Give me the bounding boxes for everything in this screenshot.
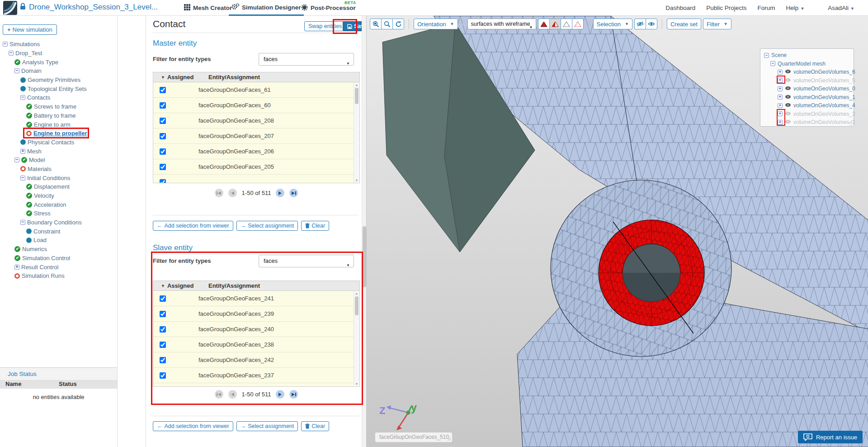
expand-icon[interactable]: + [778, 111, 783, 116]
table-scrollbar[interactable]: ▲ ▼ [354, 291, 359, 386]
expand-icon[interactable]: + [778, 70, 783, 75]
tree-item-initial-conditions[interactable]: −Initial Conditions [0, 173, 116, 182]
tree-item-simulations[interactable]: −Simulations [0, 40, 116, 49]
tree-item-velocity[interactable]: ✔Velocity [0, 191, 116, 200]
assigned-checkbox[interactable] [160, 357, 166, 363]
expand-icon[interactable]: + [20, 149, 25, 154]
tree-item-screws-to-frame[interactable]: ✔Screws to frame [0, 102, 116, 111]
visibility-eye-icon[interactable] [785, 119, 791, 125]
tree-item-engine-to-arm[interactable]: ✔Engine to arm [0, 120, 116, 129]
expand-icon[interactable]: + [778, 86, 783, 91]
collapse-icon[interactable]: − [20, 95, 25, 100]
entity-column-header[interactable]: Entity/Assignment [208, 282, 260, 289]
add-selection-from-viewer-button[interactable]: ←Add selection from viewer [153, 421, 233, 431]
zoom-select-button[interactable] [381, 19, 393, 29]
visibility-eye-icon[interactable] [785, 102, 791, 109]
visibility-eye-icon[interactable] [785, 86, 791, 92]
hide-selection-button[interactable] [634, 19, 646, 29]
scrollbar-thumb[interactable] [363, 226, 366, 287]
tree-item-analysis-type[interactable]: ✔Analysis Type [0, 57, 116, 67]
collapse-icon[interactable]: − [20, 176, 25, 181]
scroll-up-icon[interactable]: ▲ [354, 292, 359, 295]
assigned-checkbox[interactable] [160, 372, 166, 379]
select-assignment-button[interactable]: →Select assignment [236, 421, 298, 431]
tree-item-load[interactable]: Load [0, 236, 116, 245]
report-issue-button[interactable]: Report an issue [798, 431, 863, 443]
scroll-up-icon[interactable]: ▲ [354, 83, 359, 86]
assigned-checkbox[interactable] [160, 148, 166, 155]
display-mode-select[interactable]: surfaces with wireframe▼ [467, 19, 536, 29]
create-set-button[interactable]: Create set [667, 19, 701, 29]
new-simulation-button[interactable]: + New simulation [3, 24, 57, 35]
filter-dropdown[interactable]: Filter▼ [703, 19, 731, 29]
tab-mesh-creator[interactable]: Mesh Creator [184, 0, 232, 16]
next-page-button[interactable] [276, 390, 284, 399]
tree-item-result-control[interactable]: +Result Control [0, 262, 116, 271]
selection-dropdown[interactable]: Selection▼ [593, 19, 632, 29]
tree-item-constraint[interactable]: Constraint [0, 227, 116, 236]
assigned-column-header[interactable]: Assigned [167, 74, 194, 81]
collapse-icon[interactable]: − [764, 53, 769, 58]
nav-help-menu[interactable]: Help▼ [786, 5, 805, 11]
visibility-eye-icon[interactable] [785, 69, 791, 75]
refresh-view-button[interactable] [392, 19, 404, 29]
scene-tree-root[interactable]: − Scene [760, 51, 854, 60]
scene-tree-item-volumeongeovolumes_6[interactable]: +volumeOnGeoVolumes_6 [760, 68, 854, 76]
prev-page-button[interactable] [228, 390, 237, 399]
scrollbar-thumb[interactable] [355, 296, 359, 315]
scene-tree-mesh[interactable]: − QuarterModel mesh [760, 60, 854, 68]
expand-icon[interactable]: + [778, 78, 783, 83]
tree-item-boundary-conditions[interactable]: −Boundary Conditions [0, 218, 116, 227]
scroll-down-icon[interactable]: ▼ [354, 179, 359, 182]
collapse-icon[interactable]: − [770, 61, 775, 66]
tree-item-drop-test[interactable]: −Drop_Test [0, 49, 116, 58]
orientation-dropdown[interactable]: Orientation▼ [414, 19, 458, 29]
scene-tree-item-volumeongeovolumes_2[interactable]: +volumeOnGeoVolumes_2 [760, 118, 854, 127]
user-menu[interactable]: AsadAli▼ [828, 5, 854, 11]
collapse-icon[interactable]: − [3, 42, 8, 47]
display-solid-button[interactable] [538, 19, 550, 29]
tab-simulation-designer[interactable]: Simulation Designer [229, 0, 304, 16]
zoom-fit-button[interactable] [370, 19, 382, 29]
assigned-checkbox[interactable] [160, 311, 166, 317]
scene-tree-item-volumeongeovolumes_5[interactable]: +volumeOnGeoVolumes_5 [760, 76, 854, 85]
tree-item-numerics[interactable]: ✔Numerics [0, 245, 116, 254]
expand-icon[interactable]: + [778, 95, 783, 100]
slave-entity-type-select[interactable]: faces▼ [259, 255, 354, 267]
tree-item-geometry-primitives[interactable]: Geometry Primitives [0, 76, 116, 85]
scene-tree-item-volumeongeovolumes_0[interactable]: +volumeOnGeoVolumes_0 [760, 85, 854, 93]
tree-item-mesh[interactable]: +Mesh [0, 147, 116, 156]
swap-entities-button[interactable]: Swap entities [304, 21, 346, 31]
collapse-icon[interactable]: − [9, 51, 14, 56]
expand-icon[interactable]: + [14, 265, 19, 270]
first-page-button[interactable] [215, 390, 223, 399]
collapse-icon[interactable]: − [14, 68, 19, 73]
assigned-checkbox[interactable] [160, 118, 166, 124]
collapse-icon[interactable]: − [14, 157, 19, 162]
assigned-checkbox[interactable] [160, 164, 166, 170]
prev-page-button[interactable] [228, 189, 237, 197]
tree-item-domain[interactable]: −Domain [0, 67, 116, 76]
nav-public-projects[interactable]: Public Projects [706, 5, 746, 11]
add-selection-from-viewer-button[interactable]: ←Add selection from viewer [153, 221, 233, 231]
tree-item-stress[interactable]: ✔Stress [0, 209, 116, 218]
select-assignment-button[interactable]: →Select assignment [236, 221, 298, 231]
project-title[interactable]: Drone_Workshop_Session_3_Level... [29, 3, 158, 12]
panel-scrollbar[interactable] [362, 16, 366, 447]
expand-icon[interactable]: + [778, 120, 783, 125]
tree-item-acceleration[interactable]: ✔Acceleration [0, 200, 116, 209]
tree-item-simulation-control[interactable]: ✔Simulation Control [0, 254, 116, 263]
resize-handle-icon[interactable] [849, 119, 853, 125]
assigned-checkbox[interactable] [160, 133, 166, 139]
visibility-eye-icon[interactable] [785, 94, 791, 100]
first-page-button[interactable] [215, 189, 223, 197]
entity-column-header[interactable]: Entity/Assignment [208, 74, 260, 81]
scene-tree-item-volumeongeovolumes_3[interactable]: +volumeOnGeoVolumes_3 [760, 110, 854, 119]
sort-caret-icon[interactable]: ▼ [161, 75, 165, 80]
sort-caret-icon[interactable]: ▼ [161, 284, 165, 288]
display-solid-wireframe-button[interactable] [549, 19, 561, 29]
show-selection-button[interactable] [646, 19, 657, 29]
clear-button[interactable]: Clear [301, 221, 329, 231]
last-page-button[interactable] [289, 390, 298, 399]
scroll-down-icon[interactable]: ▼ [354, 382, 359, 385]
